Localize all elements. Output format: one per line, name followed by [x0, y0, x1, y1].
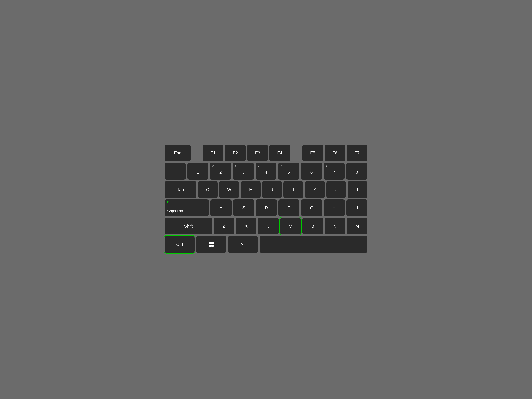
fn-row: Esc F1 F2 F3 F4 F5 F6 F7: [165, 145, 367, 161]
key-q-label: Q: [206, 187, 209, 192]
key-y[interactable]: Y: [305, 181, 325, 198]
number-row: ~ ` ! 1 @ 2 # 3 $ 4 % 5 ^ 6 & 7: [165, 163, 367, 180]
key-c-label: C: [267, 224, 270, 229]
key-m[interactable]: M: [347, 218, 367, 234]
key-f6-label: F6: [332, 151, 337, 156]
key-space[interactable]: [260, 236, 367, 253]
key-a[interactable]: A: [210, 200, 231, 216]
key-f4-label: F4: [277, 151, 282, 156]
key-f2[interactable]: F2: [225, 145, 246, 161]
key-w[interactable]: W: [219, 181, 239, 198]
bottom-row: Ctrl Alt: [165, 236, 367, 253]
key-f4[interactable]: F4: [270, 145, 290, 161]
key-d-label: D: [265, 205, 268, 210]
key-f1[interactable]: F1: [203, 145, 223, 161]
key-h[interactable]: H: [324, 200, 345, 216]
key-i-label: I: [357, 187, 358, 192]
key-u[interactable]: U: [326, 181, 346, 198]
key-alt[interactable]: Alt: [228, 236, 258, 253]
key-s-label: S: [242, 205, 245, 210]
key-capslock[interactable]: Caps Lock: [165, 200, 209, 216]
key-tilde-bottom: `: [174, 170, 176, 175]
key-b[interactable]: B: [302, 218, 323, 234]
key-tilde-top: ~: [167, 164, 168, 167]
key-2-bottom: 2: [219, 170, 222, 175]
key-n[interactable]: N: [325, 218, 345, 234]
key-tab-label: Tab: [177, 187, 184, 192]
key-f7-label: F7: [355, 151, 360, 156]
key-7[interactable]: & 7: [324, 163, 345, 180]
key-f5[interactable]: F5: [302, 145, 323, 161]
key-j[interactable]: J: [347, 200, 367, 216]
key-n-label: N: [333, 224, 336, 229]
key-6[interactable]: ^ 6: [301, 163, 322, 180]
key-x-label: X: [245, 224, 247, 229]
key-q[interactable]: Q: [198, 181, 218, 198]
key-f[interactable]: F: [279, 200, 299, 216]
asdf-row: Caps Lock A S D F G H J: [165, 200, 367, 216]
key-4-top: $: [258, 164, 259, 167]
key-tab[interactable]: Tab: [165, 181, 196, 198]
gap2: [292, 145, 301, 161]
key-capslock-label: Caps Lock: [167, 209, 184, 213]
key-g[interactable]: G: [301, 200, 322, 216]
key-y-label: Y: [313, 187, 316, 192]
key-shift-label: Shift: [184, 224, 192, 229]
key-win[interactable]: [196, 236, 226, 253]
key-s[interactable]: S: [233, 200, 254, 216]
gap1: [192, 145, 201, 161]
key-4[interactable]: $ 4: [255, 163, 277, 180]
key-esc-label: Esc: [174, 151, 181, 156]
key-v[interactable]: V: [280, 218, 301, 234]
qwerty-row: Tab Q W E R T Y U I: [165, 181, 367, 198]
key-j-label: J: [356, 205, 358, 210]
key-3-top: #: [235, 164, 236, 167]
caps-lock-indicator: [167, 201, 169, 203]
key-1[interactable]: ! 1: [187, 163, 209, 180]
key-shift[interactable]: Shift: [165, 218, 212, 234]
key-6-top: ^: [303, 164, 304, 167]
zxcv-row: Shift Z X C V B N M: [165, 218, 367, 234]
key-1-bottom: 1: [197, 170, 199, 175]
key-e[interactable]: E: [241, 181, 260, 198]
key-f5-label: F5: [310, 151, 315, 156]
key-3-bottom: 3: [242, 170, 244, 175]
key-5-bottom: 5: [287, 170, 290, 175]
key-4-bottom: 4: [265, 170, 267, 175]
key-f3[interactable]: F3: [247, 145, 268, 161]
key-f7[interactable]: F7: [347, 145, 367, 161]
key-2[interactable]: @ 2: [210, 163, 231, 180]
keyboard: Esc F1 F2 F3 F4 F5 F6 F7 ~ ` !: [160, 138, 372, 261]
key-m-label: M: [355, 224, 359, 229]
key-r-label: R: [271, 187, 274, 192]
key-r[interactable]: R: [262, 181, 282, 198]
key-a-label: A: [220, 205, 222, 210]
key-2-top: @: [212, 164, 215, 167]
key-3[interactable]: # 3: [233, 163, 254, 180]
key-tilde[interactable]: ~ `: [165, 163, 186, 180]
key-w-label: W: [227, 187, 231, 192]
key-z-label: Z: [223, 224, 225, 229]
key-i[interactable]: I: [348, 181, 367, 198]
key-h-label: H: [333, 205, 336, 210]
key-6-bottom: 6: [310, 170, 313, 175]
key-e-label: E: [249, 187, 252, 192]
key-f1-label: F1: [211, 151, 216, 156]
key-f3-label: F3: [255, 151, 260, 156]
key-t-label: T: [292, 187, 295, 192]
key-ctrl[interactable]: Ctrl: [165, 236, 195, 253]
key-u-label: U: [335, 187, 338, 192]
key-z[interactable]: Z: [214, 218, 234, 234]
key-b-label: B: [311, 224, 314, 229]
key-c[interactable]: C: [258, 218, 279, 234]
key-8[interactable]: * 8: [346, 163, 367, 180]
key-d[interactable]: D: [256, 200, 277, 216]
key-x[interactable]: X: [236, 218, 257, 234]
key-f6[interactable]: F6: [324, 145, 345, 161]
key-t[interactable]: T: [284, 181, 303, 198]
key-esc[interactable]: Esc: [165, 145, 190, 161]
windows-icon: [209, 242, 214, 247]
key-ctrl-label: Ctrl: [176, 242, 183, 247]
key-alt-label: Alt: [241, 242, 245, 247]
key-5[interactable]: % 5: [278, 163, 299, 180]
